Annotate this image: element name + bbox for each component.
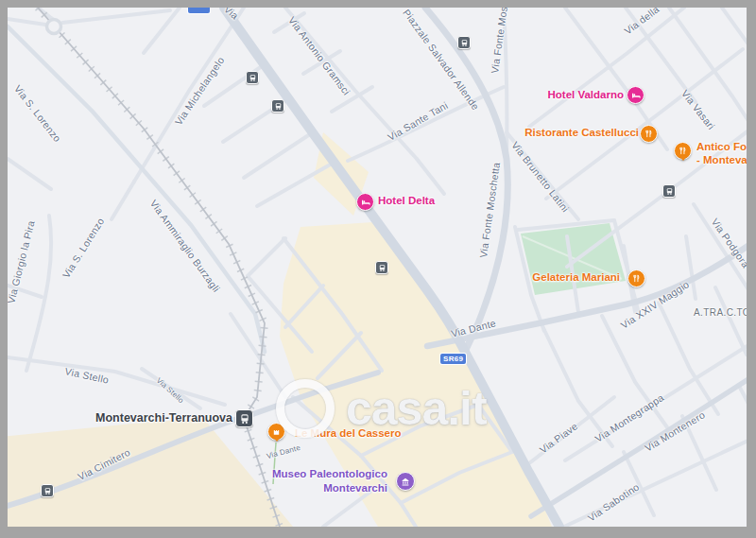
poi-label-line2: - Montevar [696,153,747,166]
museum-icon [401,477,410,486]
restaurant-icon [644,130,653,138]
bus-icon [249,74,257,82]
bus-icon [665,187,674,196]
poi-label-line2: Montevarchi [253,481,387,495]
poi-label-atrac[interactable]: A.TRA.C.TO [694,306,747,320]
road-shield-sr69: SR69 [440,354,466,364]
poi-label-hotel-delta[interactable]: Hotel Delta [378,194,435,207]
poi-label-hotel-valdarno[interactable]: Hotel Valdarno [518,88,624,101]
poi-label-ristorante-castellucci[interactable]: Ristorante Castellucci [510,126,639,139]
road-shield-clipped [188,8,210,13]
poi-label-antico-forno[interactable]: Antico Forn - Montevar [696,140,747,166]
gelateria-mariani-marker[interactable] [627,269,645,287]
train-station-icon[interactable] [235,409,253,427]
roundabout [47,20,61,34]
bus-icon [43,487,52,495]
antico-forno-marker[interactable] [674,142,692,160]
le-mura-marker[interactable] [267,423,285,441]
restaurant-icon [679,147,687,155]
restaurant-icon [632,274,641,283]
screenshot-frame: Via S. Lorenzo Via S. Lorenzo Via Giorgi… [0,0,756,538]
bus-stop-icon[interactable] [271,99,284,113]
poi-label-line1: Museo Paleontologico [253,467,387,481]
poi-label-le-mura[interactable]: Le Mura del Cassero [295,426,401,440]
poi-label-station[interactable]: Montevarchi-Terranuova [91,411,232,425]
poi-label-museo[interactable]: Museo Paleontologico Montevarchi [253,467,387,495]
bed-icon [361,198,370,207]
map-canvas[interactable]: Via S. Lorenzo Via S. Lorenzo Via Giorgi… [8,8,747,527]
poi-label-line1: Antico Forn [696,140,747,153]
bus-stop-icon[interactable] [375,261,388,274]
poi-label-gelateria-mariani[interactable]: Gelateria Mariani [516,270,620,284]
hotel-valdarno-marker[interactable] [627,86,644,104]
train-icon [239,413,250,425]
bus-icon [274,102,283,111]
ristorante-castellucci-marker[interactable] [640,125,658,143]
hotel-delta-marker[interactable] [356,193,374,211]
bus-stop-icon[interactable] [41,484,54,497]
bus-stop-icon[interactable] [457,36,471,49]
bus-icon [378,264,387,272]
bus-stop-icon[interactable] [246,71,259,84]
bed-icon [631,91,641,100]
fort-icon [272,427,281,436]
bus-icon [460,39,469,47]
museo-marker[interactable] [396,472,415,491]
bus-stop-icon[interactable] [662,184,676,198]
